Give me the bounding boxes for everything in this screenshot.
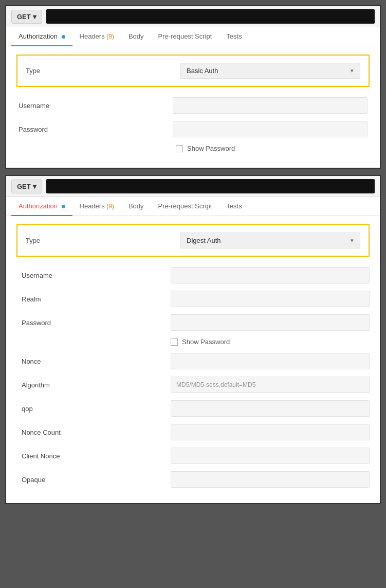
realm-row: Realm — [16, 291, 370, 307]
url-bar-2[interactable] — [46, 179, 375, 193]
panel-digest-auth: GET ▾ Authorization Headers (9) Body Pre… — [5, 175, 381, 504]
top-bar-1: GET ▾ — [6, 6, 380, 27]
nonce-count-row: Nonce Count — [16, 424, 370, 440]
algorithm-row: Algorithm MD5/MD5-sess,default=MD5 — [16, 377, 370, 393]
type-row-2: Type Digest Auth ▾ — [16, 224, 370, 257]
client-nonce-input[interactable] — [171, 448, 370, 464]
tab-body-2[interactable]: Body — [121, 197, 151, 216]
show-password-checkbox-2[interactable] — [171, 338, 178, 346]
password-row-2: Password — [16, 314, 370, 331]
type-label-2: Type — [26, 237, 180, 244]
username-input-2[interactable] — [171, 267, 370, 283]
tab-authorization-label-1: Authorization — [19, 32, 58, 40]
tabs-1: Authorization Headers (9) Body Pre-reque… — [6, 27, 380, 46]
method-chevron-1: ▾ — [33, 13, 36, 21]
type-chevron-2: ▾ — [351, 237, 354, 244]
headers-badge-1: (9) — [106, 33, 114, 40]
content-1: Type Basic Auth ▾ Username Password Show… — [6, 46, 380, 168]
top-bar-2: GET ▾ — [6, 176, 380, 197]
nonce-row: Nonce — [16, 353, 370, 369]
show-password-checkbox-1[interactable] — [176, 145, 183, 152]
url-bar-1[interactable] — [46, 9, 375, 24]
tab-headers-1[interactable]: Headers (9) — [72, 27, 121, 46]
algorithm-label: Algorithm — [16, 381, 171, 389]
password-label-2: Password — [16, 319, 171, 327]
algorithm-placeholder: MD5/MD5-sess,default=MD5 — [176, 381, 255, 388]
opaque-label: Opaque — [16, 476, 171, 484]
type-select-2[interactable]: Digest Auth ▾ — [180, 233, 360, 248]
tab-prerequest-2[interactable]: Pre-request Script — [151, 197, 219, 216]
method-button-1[interactable]: GET ▾ — [11, 10, 42, 24]
opaque-input[interactable] — [171, 471, 370, 488]
username-label-1: Username — [19, 102, 173, 110]
show-password-row-1: Show Password — [16, 145, 370, 152]
password-input-1[interactable] — [173, 121, 367, 137]
tab-body-1[interactable]: Body — [121, 27, 151, 46]
tab-authorization-2[interactable]: Authorization — [11, 197, 72, 216]
headers-badge-2: (9) — [106, 203, 114, 210]
realm-input[interactable] — [171, 291, 370, 307]
username-label-2: Username — [16, 272, 171, 279]
show-password-label-1: Show Password — [187, 145, 235, 152]
type-select-1[interactable]: Basic Auth ▾ — [180, 63, 360, 79]
type-value-2: Digest Auth — [187, 237, 221, 244]
client-nonce-label: Client Nonce — [16, 452, 171, 460]
panel-basic-auth: GET ▾ Authorization Headers (9) Body Pre… — [5, 5, 381, 169]
tab-prerequest-1[interactable]: Pre-request Script — [151, 27, 219, 46]
tab-authorization-label-2: Authorization — [19, 202, 58, 210]
type-chevron-1: ▾ — [351, 67, 354, 74]
show-password-row-2: Show Password — [16, 338, 370, 346]
opaque-row: Opaque — [16, 471, 370, 488]
nonce-label: Nonce — [16, 358, 171, 365]
type-row-1: Type Basic Auth ▾ — [16, 55, 370, 87]
nonce-count-input[interactable] — [171, 424, 370, 440]
show-password-label-2: Show Password — [182, 338, 230, 346]
password-label-1: Password — [19, 126, 173, 133]
qop-label: qop — [16, 405, 171, 413]
realm-label: Realm — [16, 295, 171, 303]
password-row-1: Password — [16, 121, 370, 137]
client-nonce-row: Client Nonce — [16, 448, 370, 464]
nonce-input[interactable] — [171, 353, 370, 369]
method-chevron-2: ▾ — [33, 183, 36, 190]
qop-row: qop — [16, 400, 370, 417]
qop-input[interactable] — [171, 400, 370, 417]
tab-tests-2[interactable]: Tests — [219, 197, 249, 216]
method-label-2: GET — [17, 183, 31, 190]
algorithm-input[interactable]: MD5/MD5-sess,default=MD5 — [171, 377, 370, 393]
username-input-1[interactable] — [173, 97, 367, 114]
password-input-2[interactable] — [171, 314, 370, 331]
type-label-1: Type — [26, 67, 180, 75]
tab-headers-2[interactable]: Headers (9) — [72, 197, 121, 216]
tab-authorization-1[interactable]: Authorization — [11, 27, 72, 46]
type-value-1: Basic Auth — [187, 67, 218, 75]
method-button-2[interactable]: GET ▾ — [11, 180, 42, 193]
tabs-2: Authorization Headers (9) Body Pre-reque… — [6, 197, 380, 216]
tab-dot-1 — [62, 35, 65, 39]
content-2: Type Digest Auth ▾ Username Realm Passwo… — [6, 216, 380, 503]
method-label-1: GET — [17, 13, 31, 21]
tab-tests-1[interactable]: Tests — [219, 27, 249, 46]
username-row-2: Username — [16, 267, 370, 283]
username-row-1: Username — [16, 97, 370, 114]
nonce-count-label: Nonce Count — [16, 429, 171, 436]
tab-dot-2 — [62, 205, 65, 208]
